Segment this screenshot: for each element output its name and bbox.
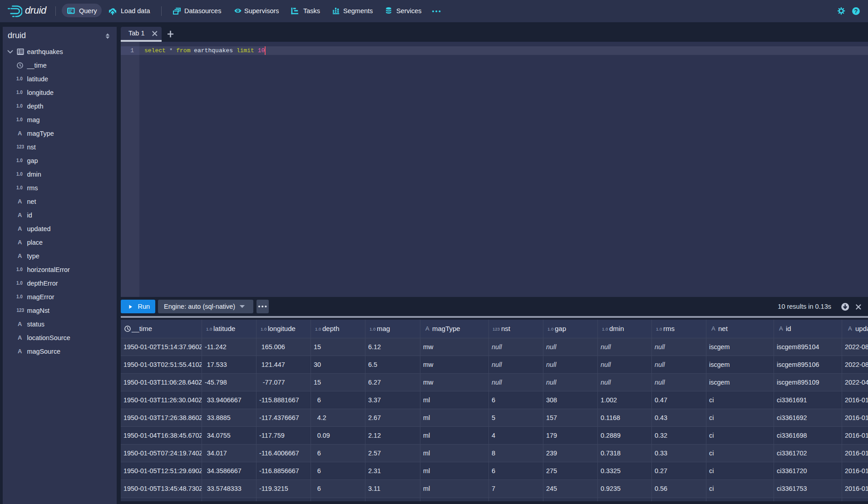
- svg-text:?: ?: [854, 8, 858, 15]
